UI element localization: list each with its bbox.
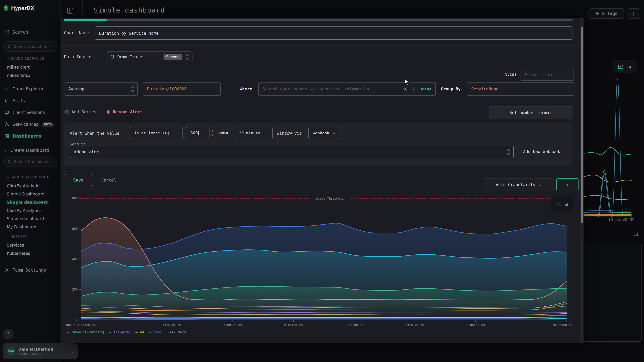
remove-alert-button[interactable]: Remove Alert — [106, 109, 142, 114]
svg-text:4:00:00 AM: 4:00:00 AM — [163, 323, 181, 327]
svg-text:Alert Threshold: Alert Threshold — [316, 197, 344, 200]
svg-text:8:00:00 AM: 8:00:00 AM — [406, 323, 424, 327]
chart-legend: — product-catalog— shipping— ad— email+1… — [67, 330, 186, 334]
search-icon — [7, 44, 12, 49]
chevron-down-icon — [6, 176, 9, 178]
legend-item[interactable]: — ad — [136, 330, 144, 334]
mouse-cursor — [405, 79, 410, 86]
divider — [64, 74, 499, 74]
legend-item[interactable]: — email — [149, 330, 164, 334]
legend-item[interactable]: — product-catalog — [67, 330, 104, 334]
plus-circle-icon — [65, 110, 70, 114]
svg-text:9:00:00 AM: 9:00:00 AM — [466, 323, 485, 327]
add-series-button[interactable]: Add Series — [65, 109, 96, 114]
save-button[interactable]: Save — [65, 174, 92, 186]
bar-chart-icon[interactable] — [564, 201, 569, 206]
series-alias-input[interactable]: Series alias — [520, 69, 574, 81]
laptop-icon — [4, 110, 9, 115]
chevron-down-icon — [539, 183, 541, 186]
saved-search-item[interactable]: mikes tets2 — [7, 73, 31, 78]
svg-text:400: 400 — [72, 257, 78, 261]
legend-item[interactable]: — shipping — [109, 330, 130, 334]
where-label: Where — [240, 86, 252, 91]
avatar: DM — [7, 347, 16, 356]
saved-searches-header[interactable]: SAVED SEARCHES — [7, 56, 44, 60]
svg-text:800: 800 — [72, 196, 78, 200]
page-title: Simple dashboard — [94, 6, 165, 14]
saved-dashboards-header[interactable]: SAVED DASHBOARDS — [7, 175, 51, 179]
aggregation-fn-select[interactable]: Average — [64, 82, 138, 96]
modal-scrollbar-thumb[interactable] — [581, 27, 583, 223]
alert-window-select[interactable]: 30 minute — [235, 127, 273, 139]
number-stepper[interactable] — [209, 127, 215, 139]
sidebar-item-team-settings[interactable]: Team Settings — [0, 266, 61, 275]
run-chart-button[interactable]: ▷ — [556, 178, 578, 191]
svg-text:7:00:00 AM: 7:00:00 AM — [345, 323, 363, 327]
alert-comparator-select[interactable]: is at least (≥) — [130, 127, 183, 139]
data-source-label: Data Source — [64, 54, 91, 59]
saved-dashboard-item[interactable]: ClickPy Analytics — [7, 183, 42, 188]
more-options-button[interactable]: ⋮ — [628, 8, 640, 18]
tab-progress-fill — [64, 18, 107, 21]
select-chevrons-icon — [132, 87, 134, 91]
sidebar-item-service-map[interactable]: Service MapBETA — [0, 120, 61, 129]
sidebar-collapse-icon[interactable] — [66, 7, 74, 14]
presets-header[interactable]: PRESETS — [7, 235, 27, 239]
line-chart-icon[interactable] — [556, 201, 561, 206]
svg-text:Nov 6 2:30:00 AM: Nov 6 2:30:00 AM — [66, 323, 96, 327]
background-panel — [583, 244, 642, 342]
data-source-select[interactable]: Demo Traces Schema — [106, 51, 192, 62]
user-name: Dale McDiarmid — [18, 347, 53, 352]
tags-button[interactable]: 0 Tags — [588, 8, 624, 18]
alert-threshold-input[interactable]: 800 — [186, 127, 216, 139]
saved-dashboard-item[interactable]: ClickPy Analytics — [7, 208, 42, 213]
chart-name-input[interactable]: Duration by Service Name — [95, 26, 572, 40]
legend-more-link[interactable]: +12 more — [169, 330, 186, 334]
divider — [61, 45, 580, 46]
timeseries-chart[interactable]: 0200400600800Nov 6 2:30:00 AM4:00:00 AM5… — [63, 195, 578, 330]
edit-chart-modal: Chart Name Duration by Service Name Data… — [61, 18, 580, 343]
user-subtitle: demo-service - — [18, 352, 53, 356]
window-via-label: window via — [277, 131, 302, 136]
sidebar-item-client-sessions[interactable]: Client Sessions — [0, 108, 61, 117]
saved-dashboards-input[interactable]: Saved Dashboards — [3, 157, 58, 167]
saved-searches-input[interactable]: Saved Searches — [3, 41, 58, 52]
saved-dashboard-item[interactable]: Simple Dashboard — [7, 191, 44, 196]
expression-input[interactable]: Duration/1000000 — [143, 82, 221, 96]
search-doc-icon — [4, 30, 9, 35]
add-new-webhook-link[interactable]: Add New Webhook — [523, 149, 560, 154]
send-to-select[interactable]: #demo-alerts — [70, 146, 514, 158]
chart-name-label: Chart Name — [64, 30, 89, 35]
graph-icon — [4, 122, 9, 127]
help-button[interactable]: ? — [3, 329, 14, 340]
granularity-select[interactable]: Auto Granularity — [483, 178, 554, 191]
app-logo[interactable]: HyperDX — [3, 5, 34, 11]
saved-dashboard-item[interactable]: Simple dashboard — [7, 200, 49, 205]
sidebar-item-search[interactable]: Search — [0, 27, 61, 37]
alert-channel-select[interactable]: Webhook — [308, 127, 339, 139]
sidebar-item-chart-explorer[interactable]: Chart Explorer — [0, 84, 61, 94]
preset-item[interactable]: Services — [7, 243, 24, 248]
plus-icon: + — [4, 148, 7, 153]
chevron-down-icon — [6, 57, 9, 59]
sidebar-item-alerts[interactable]: Alerts — [0, 96, 61, 105]
schema-badge[interactable]: Schema — [164, 54, 182, 60]
resize-handle-icon[interactable] — [634, 233, 638, 236]
tab-progress-track — [64, 18, 573, 21]
user-menu[interactable]: DM Dale McDiarmid demo-service - › — [3, 344, 78, 359]
set-number-format-button[interactable]: Set number format — [489, 106, 572, 119]
saved-dashboard-item[interactable]: My Dashboard — [7, 224, 36, 229]
chart-type-toggle[interactable] — [550, 196, 574, 211]
select-chevrons-icon — [177, 132, 178, 134]
lucene-mode-toggle[interactable]: Lucene — [417, 87, 432, 91]
saved-search-item[interactable]: mikes alert — [7, 65, 30, 70]
saved-dashboard-item[interactable]: Simple dashboard — [7, 216, 44, 221]
chevron-down-icon — [6, 235, 9, 238]
create-dashboard-button[interactable]: + Create Dashboard — [0, 146, 61, 155]
background-time-label: 10:35:00 AM — [608, 217, 634, 222]
cancel-button[interactable]: Cancel — [98, 174, 120, 186]
group-by-input[interactable]: ServiceName — [467, 82, 575, 96]
preset-item[interactable]: Kubernetes — [7, 251, 30, 256]
sql-mode-toggle[interactable]: SQL — [403, 87, 410, 91]
sidebar-item-dashboards[interactable]: Dashboards — [0, 132, 61, 141]
